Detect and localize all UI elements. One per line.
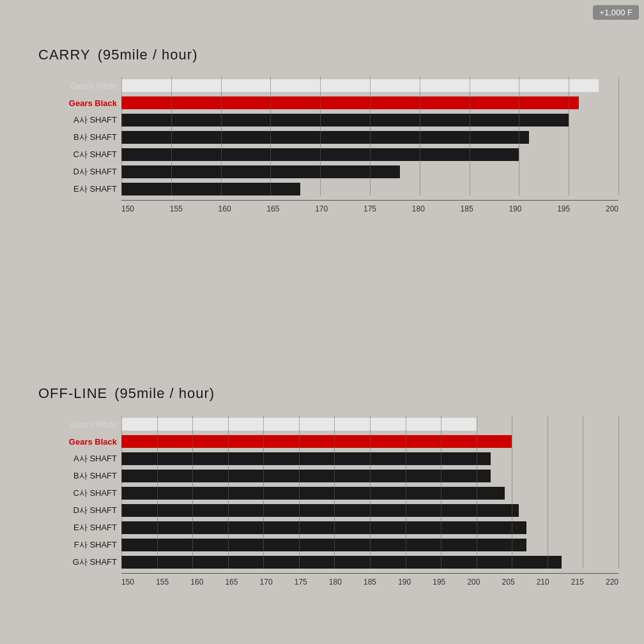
bar-fill xyxy=(121,418,477,431)
bar-row: B사 SHAFT xyxy=(121,131,618,144)
bar-row: Gears White xyxy=(121,79,618,92)
bar-label: D사 SHAFT xyxy=(35,166,117,178)
bar-row: G사 SHAFT xyxy=(121,556,618,569)
offline-section: OFF-LINE (95mile / hour) Gears WhiteGear… xyxy=(38,377,644,586)
bar-label: Gears White xyxy=(35,81,117,91)
bar-fill xyxy=(121,452,491,465)
bar-fill xyxy=(121,539,526,551)
bar-label: F사 SHAFT xyxy=(35,539,117,551)
offline-chart: Gears WhiteGears BlackA사 SHAFTB사 SHAFTC사… xyxy=(121,415,618,586)
x-axis-label: 165 xyxy=(225,578,238,586)
x-axis-label: 155 xyxy=(156,578,169,586)
bar-row: E사 SHAFT xyxy=(121,521,618,534)
x-axis-label: 160 xyxy=(190,578,203,586)
x-axis-label: 205 xyxy=(502,578,515,586)
x-axis-label: 200 xyxy=(467,578,480,586)
bar-row: Gears Black xyxy=(121,96,618,109)
bar-label: E사 SHAFT xyxy=(35,522,117,533)
x-axis-label: 175 xyxy=(295,578,307,586)
bar-fill xyxy=(121,487,505,500)
bar-fill xyxy=(121,114,569,126)
bar-fill xyxy=(121,148,519,161)
top-badge: +1,000 F xyxy=(593,5,639,20)
bar-fill xyxy=(121,165,400,178)
bar-fill xyxy=(121,79,599,92)
x-axis-label: 170 xyxy=(315,204,328,213)
bar-row: F사 SHAFT xyxy=(121,539,618,551)
bar-fill xyxy=(121,504,519,517)
bar-label: Gears Black xyxy=(35,437,117,447)
bar-label: Gears Black xyxy=(35,98,117,108)
carry-section: CARRY (95mile / hour) Gears WhiteGears B… xyxy=(38,38,644,213)
bar-label: B사 SHAFT xyxy=(35,470,117,482)
bar-label: D사 SHAFT xyxy=(35,505,117,516)
bar-label: C사 SHAFT xyxy=(35,487,117,499)
bar-row: B사 SHAFT xyxy=(121,470,618,482)
bar-fill xyxy=(121,96,579,109)
x-axis-label: 155 xyxy=(170,204,183,213)
x-axis-label: 160 xyxy=(218,204,231,213)
chart-area: Gears WhiteGears BlackA사 SHAFTB사 SHAFTC사… xyxy=(121,77,618,195)
bar-label: A사 SHAFT xyxy=(35,453,117,464)
x-axis-label: 200 xyxy=(606,204,618,213)
bar-label: A사 SHAFT xyxy=(35,114,117,126)
offline-title: OFF-LINE (95mile / hour) xyxy=(38,377,644,404)
bar-label: E사 SHAFT xyxy=(35,183,117,195)
x-axis-label: 190 xyxy=(398,578,411,586)
bar-fill xyxy=(121,183,300,195)
x-axis-label: 185 xyxy=(461,204,473,213)
bar-label: B사 SHAFT xyxy=(35,132,117,143)
x-axis-label: 180 xyxy=(412,204,425,213)
bar-row: A사 SHAFT xyxy=(121,452,618,465)
bar-row: C사 SHAFT xyxy=(121,487,618,500)
bar-row: D사 SHAFT xyxy=(121,504,618,517)
bar-row: E사 SHAFT xyxy=(121,183,618,195)
bar-row: D사 SHAFT xyxy=(121,165,618,178)
bar-label: Gears White xyxy=(35,420,117,429)
x-axis-label: 190 xyxy=(509,204,521,213)
bar-fill xyxy=(121,556,562,569)
carry-chart: Gears WhiteGears BlackA사 SHAFTB사 SHAFTC사… xyxy=(121,77,618,213)
x-axis-label: 195 xyxy=(433,578,445,586)
bar-label: G사 SHAFT xyxy=(35,556,117,568)
x-axis-label: 215 xyxy=(571,578,584,586)
bar-row: A사 SHAFT xyxy=(121,114,618,126)
bars-container: Gears WhiteGears BlackA사 SHAFTB사 SHAFTC사… xyxy=(121,77,618,195)
chart-area: Gears WhiteGears BlackA사 SHAFTB사 SHAFTC사… xyxy=(121,415,618,569)
x-axis-label: 180 xyxy=(329,578,342,586)
bar-fill xyxy=(121,435,512,448)
x-axis-label: 175 xyxy=(364,204,376,213)
x-axis-label: 150 xyxy=(121,578,134,586)
bar-fill xyxy=(121,470,491,482)
bar-row: C사 SHAFT xyxy=(121,148,618,161)
bar-fill xyxy=(121,521,526,534)
x-axis-label: 220 xyxy=(606,578,618,586)
bar-row: Gears Black xyxy=(121,435,618,448)
bar-fill xyxy=(121,131,529,144)
bar-label: C사 SHAFT xyxy=(35,149,117,160)
x-axis-label: 185 xyxy=(364,578,376,586)
x-axis-label: 170 xyxy=(260,578,273,586)
x-axis-label: 195 xyxy=(557,204,570,213)
bars-container: Gears WhiteGears BlackA사 SHAFTB사 SHAFTC사… xyxy=(121,415,618,569)
x-axis-label: 165 xyxy=(266,204,279,213)
x-axis-label: 150 xyxy=(121,204,134,213)
bar-row: Gears White xyxy=(121,418,618,431)
x-axis-label: 210 xyxy=(537,578,549,586)
carry-title: CARRY (95mile / hour) xyxy=(38,38,644,65)
